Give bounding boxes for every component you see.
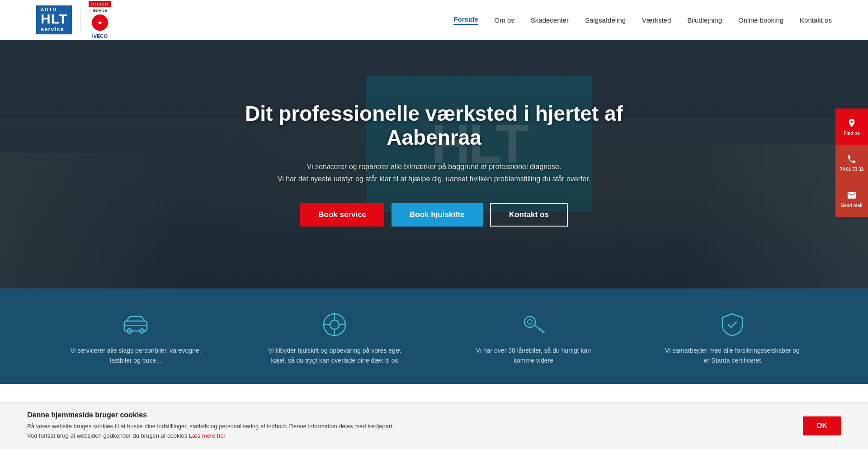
nav-salgsafdeling[interactable]: Salgsafdeling [585, 16, 626, 24]
hero-content: Dit professionelle værksted i hjertet af… [231, 102, 637, 227]
logo-divider [80, 9, 80, 31]
bottom-section: Vi servicerer alle slags personbiler, va… [0, 288, 868, 384]
bottom-item-car-text: Vi servicerer alle slags personbiler, va… [68, 345, 203, 366]
hero-section: HLT Dit professionelle værksted i hjerte… [0, 40, 868, 288]
logo-hlt: AUTO HLT service [36, 5, 72, 34]
bottom-item-shield-text: Vi samarbejder med alle forsikringsselsk… [665, 345, 800, 366]
location-icon [847, 118, 857, 128]
bottom-item-shield: Vi samarbejder med alle forsikringsselsk… [665, 311, 800, 366]
nav-om-os[interactable]: Om os [495, 16, 514, 24]
phone-icon [847, 154, 857, 164]
iveco-logo: IVECO [92, 33, 108, 39]
bottom-item-key: Vi har over 30 lånebiler, så du hurtigt … [466, 311, 601, 366]
send-mail-label: Send mail [841, 203, 862, 208]
logo-hlt-text: HLT [41, 12, 67, 26]
hero-left-buildings [0, 153, 181, 288]
logo-area: AUTO HLT service BOSCH Service ★ IVECO [36, 1, 111, 39]
bosch-service-text: Service [93, 8, 107, 13]
header: AUTO HLT service BOSCH Service ★ IVECO F… [0, 0, 868, 40]
bottom-item-key-text: Vi har over 30 lånebiler, så du hurtigt … [466, 345, 601, 366]
logo-bosch: BOSCH Service ★ IVECO [89, 1, 111, 39]
svg-point-10 [524, 317, 535, 327]
find-os-button[interactable]: Find os [835, 109, 868, 145]
hero-subtitle: Vi servicerer og reparerer alle bilmærke… [231, 161, 637, 185]
nav-forside[interactable]: Forside [453, 15, 478, 25]
key-icon [520, 311, 547, 338]
main-nav: Forside Om os Skadecenter Salgsafdeling … [453, 15, 832, 25]
phone-label: 74 61 73 32 [840, 167, 864, 172]
nav-skadecenter[interactable]: Skadecenter [531, 16, 569, 24]
bottom-item-wheel-text: Vi tilbyder hjulskift og opbevaring på v… [267, 345, 402, 366]
hero-buttons: Book service Book hjulskifte Kontakt os [231, 203, 637, 227]
logo-service-text: service [41, 26, 64, 33]
shield-icon [719, 311, 746, 338]
find-os-label: Find os [844, 131, 860, 136]
book-service-button[interactable]: Book service [300, 203, 384, 227]
send-mail-button[interactable]: Send mail [835, 181, 868, 217]
wheel-icon [321, 311, 348, 338]
car-icon [122, 311, 149, 338]
bosch-logo-circle: ★ [92, 14, 108, 31]
bottom-item-car: Vi servicerer alle slags personbiler, va… [68, 311, 203, 366]
book-hjulskifte-button[interactable]: Book hjulskifte [392, 203, 483, 227]
kontakt-button[interactable]: Kontakt os [490, 203, 568, 227]
phone-button[interactable]: 74 61 73 32 [835, 145, 868, 181]
nav-vaerksted[interactable]: Værksted [642, 16, 671, 24]
svg-point-5 [330, 320, 339, 329]
side-buttons: Find os 74 61 73 32 Send mail [835, 109, 868, 217]
bottom-item-wheel: Vi tilbyder hjulskift og opbevaring på v… [267, 311, 402, 366]
nav-biludlejning[interactable]: Biludlejning [687, 16, 722, 24]
nav-kontakt-os[interactable]: Kontakt os [800, 16, 832, 24]
hero-title: Dit professionelle værksted i hjertet af… [231, 102, 637, 150]
mail-icon [847, 190, 857, 200]
bosch-label: BOSCH [89, 1, 111, 7]
nav-online-booking[interactable]: Online booking [738, 16, 783, 24]
svg-point-14 [528, 320, 532, 324]
